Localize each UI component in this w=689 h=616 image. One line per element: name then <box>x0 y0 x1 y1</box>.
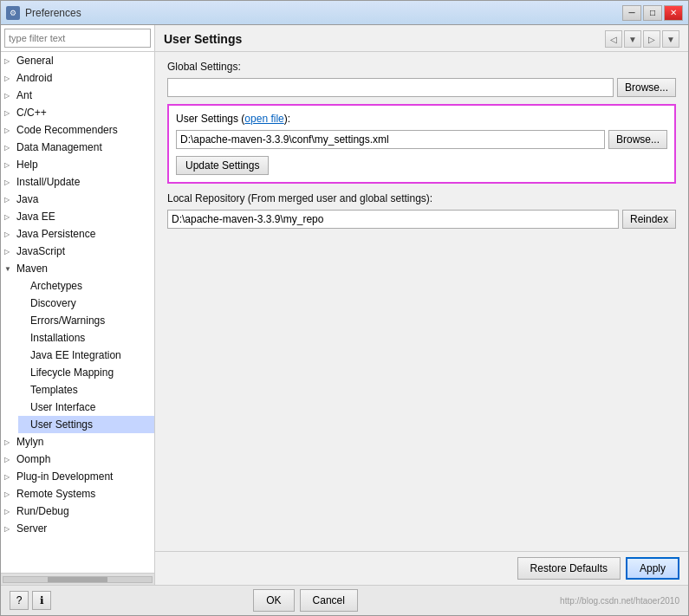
sidebar-item-archetypes[interactable]: Archetypes <box>18 277 154 295</box>
expand-arrow: ▷ <box>4 126 16 134</box>
apply-button[interactable]: Apply <box>626 557 679 580</box>
sidebar-label: Run/Debug <box>16 505 69 517</box>
content-area: ▷ General ▷ Android ▷ Ant ▷ C/C++ ▷ Co <box>1 25 688 585</box>
footer-icons: ? ℹ <box>10 591 51 610</box>
sidebar: ▷ General ▷ Android ▷ Ant ▷ C/C++ ▷ Co <box>1 25 155 585</box>
window-icon: ⚙ <box>6 6 20 20</box>
sidebar-item-code-recommenders[interactable]: ▷ Code Recommenders <box>1 121 154 139</box>
user-settings-label-suffix: ): <box>284 113 290 125</box>
cancel-button[interactable]: Cancel <box>300 589 358 612</box>
back-button[interactable]: ◁ <box>605 30 622 48</box>
sidebar-item-errors-warnings[interactable]: Errors/Warnings <box>18 312 154 329</box>
restore-defaults-button[interactable]: Restore Defaults <box>517 557 621 580</box>
sidebar-label: Install/Update <box>16 176 80 188</box>
local-repo-section: Local Repository (From merged user and g… <box>167 192 676 229</box>
expand-arrow: ▷ <box>4 248 16 256</box>
open-file-link[interactable]: open file <box>244 113 283 125</box>
user-settings-header: User Settings (open file): <box>176 113 667 125</box>
sidebar-label: User Interface <box>30 401 95 413</box>
sidebar-label: Server <box>16 522 47 535</box>
user-browse-button[interactable]: Browse... <box>608 130 667 149</box>
sidebar-item-java-ee[interactable]: ▷ Java EE <box>1 208 154 225</box>
sidebar-item-run-debug[interactable]: ▷ Run/Debug <box>1 503 154 520</box>
sidebar-item-mylyn[interactable]: ▷ Mylyn <box>1 433 154 451</box>
sidebar-item-user-interface[interactable]: User Interface <box>18 399 154 416</box>
sidebar-item-server[interactable]: ▷ Server <box>1 520 154 537</box>
info-icon[interactable]: ℹ <box>32 591 51 610</box>
sidebar-label: JavaScript <box>16 245 65 257</box>
sidebar-item-ant[interactable]: ▷ Ant <box>1 87 154 104</box>
update-settings-button[interactable]: Update Settings <box>176 156 269 175</box>
forward-button[interactable]: ▷ <box>643 30 660 48</box>
sidebar-label: Oomph <box>16 453 50 465</box>
user-settings-input-row: Browse... <box>176 130 667 149</box>
local-repo-input[interactable] <box>167 210 619 229</box>
maven-children: Archetypes Discovery Errors/Warnings Ins… <box>1 277 154 433</box>
nav-buttons: ◁ ▼ ▷ ▼ <box>605 30 679 48</box>
sidebar-item-general[interactable]: ▷ General <box>1 52 154 69</box>
sidebar-label: Archetypes <box>30 280 82 292</box>
sidebar-item-plugin-development[interactable]: ▷ Plug-in Development <box>1 468 154 485</box>
global-settings-section: Global Settings: Browse... <box>167 61 676 97</box>
global-settings-row: Browse... <box>167 78 676 97</box>
footer-url: http://blog.csdn.net/htaoer2010 <box>560 596 679 606</box>
expand-arrow: ▷ <box>4 438 16 446</box>
maximize-button[interactable]: □ <box>643 5 662 21</box>
expand-arrow: ▷ <box>4 508 16 515</box>
sidebar-label: Discovery <box>30 297 76 309</box>
global-browse-button[interactable]: Browse... <box>617 78 676 97</box>
minimize-button[interactable]: ─ <box>622 5 641 21</box>
sidebar-item-help[interactable]: ▷ Help <box>1 156 154 173</box>
page-title: User Settings <box>164 32 605 46</box>
user-settings-input[interactable] <box>176 130 605 149</box>
sidebar-label: General <box>16 55 54 67</box>
main-header: User Settings ◁ ▼ ▷ ▼ <box>155 25 688 52</box>
sidebar-label: User Settings <box>30 418 93 431</box>
expand-arrow: ▷ <box>4 230 16 238</box>
title-bar-buttons: ─ □ ✕ <box>622 5 683 21</box>
sidebar-item-remote-systems[interactable]: ▷ Remote Systems <box>1 485 154 503</box>
sidebar-item-lifecycle-mapping[interactable]: Lifecycle Mapping <box>18 364 154 381</box>
sidebar-item-user-settings[interactable]: User Settings <box>18 416 154 433</box>
sidebar-item-templates[interactable]: Templates <box>18 381 154 399</box>
main-content: User Settings ◁ ▼ ▷ ▼ Global Settings: B… <box>155 25 688 585</box>
expand-arrow: ▷ <box>4 456 16 464</box>
sidebar-label: Templates <box>30 384 78 396</box>
sidebar-item-install-update[interactable]: ▷ Install/Update <box>1 173 154 191</box>
expand-arrow: ▷ <box>4 490 16 498</box>
sidebar-item-java-ee-integration[interactable]: Java EE Integration <box>18 347 154 364</box>
ok-button[interactable]: OK <box>253 589 294 612</box>
sidebar-item-data-management[interactable]: ▷ Data Management <box>1 139 154 156</box>
sidebar-label: Java EE Integration <box>30 349 121 361</box>
sidebar-label: Android <box>16 72 52 84</box>
sidebar-item-installations[interactable]: Installations <box>18 329 154 347</box>
local-repo-input-row: Reindex <box>167 210 676 229</box>
sidebar-item-maven[interactable]: ▼ Maven <box>1 260 154 277</box>
close-button[interactable]: ✕ <box>664 5 683 21</box>
user-settings-label-prefix: User Settings ( <box>176 113 244 125</box>
sidebar-item-cpp[interactable]: ▷ C/C++ <box>1 104 154 121</box>
global-settings-input[interactable] <box>167 78 614 97</box>
sidebar-label: Java <box>16 193 38 205</box>
forward-dropdown-button[interactable]: ▼ <box>662 30 679 48</box>
expand-arrow: ▷ <box>4 473 16 481</box>
sidebar-item-discovery[interactable]: Discovery <box>18 295 154 312</box>
sidebar-item-javascript[interactable]: ▷ JavaScript <box>1 243 154 260</box>
help-icon[interactable]: ? <box>10 591 29 610</box>
sidebar-label: Installations <box>30 332 85 344</box>
reindex-button[interactable]: Reindex <box>622 210 676 229</box>
bottom-bar: Restore Defaults Apply <box>155 551 688 585</box>
sidebar-label: Ant <box>16 89 32 101</box>
search-input[interactable] <box>4 29 151 48</box>
sidebar-item-java-persistence[interactable]: ▷ Java Persistence <box>1 225 154 243</box>
back-dropdown-button[interactable]: ▼ <box>624 30 641 48</box>
expand-arrow: ▷ <box>4 109 16 117</box>
sidebar-item-oomph[interactable]: ▷ Oomph <box>1 451 154 468</box>
horizontal-scrollbar[interactable] <box>1 573 154 585</box>
scrollbar-thumb <box>48 577 107 582</box>
sidebar-label: Lifecycle Mapping <box>30 366 114 379</box>
sidebar-item-java[interactable]: ▷ Java <box>1 191 154 208</box>
sidebar-item-android[interactable]: ▷ Android <box>1 69 154 87</box>
sidebar-label: Plug-in Development <box>16 470 113 483</box>
expand-arrow: ▷ <box>4 57 16 65</box>
